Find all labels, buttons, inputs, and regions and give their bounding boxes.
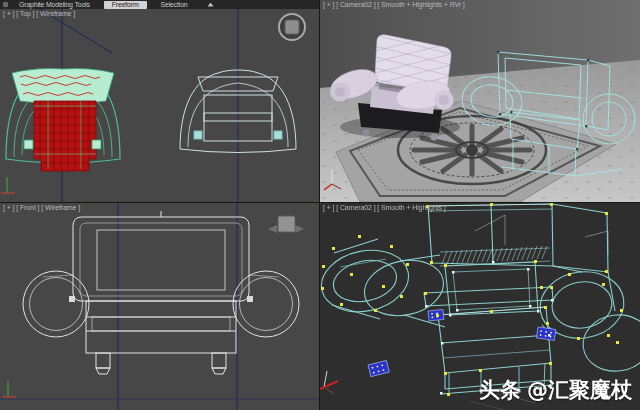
vertex-dot[interactable] [322,265,325,268]
vertex-dot[interactable] [607,334,610,337]
vertex-dot[interactable] [548,334,551,337]
vertex-dot[interactable] [492,261,495,264]
vertex-dot[interactable] [605,270,608,273]
selected-element-mint [12,69,114,105]
vertex-dot[interactable] [406,263,409,266]
ribbon-tab-selection[interactable]: Selection [155,1,194,9]
sub-object-gizmo[interactable] [428,309,444,321]
sub-object-gizmo[interactable] [536,327,555,340]
vertex-dot[interactable] [549,362,552,365]
vertex-dot[interactable] [616,341,619,344]
viewport-camera-edit[interactable]: [ + ] [ Camera02 ] [ Smooth + Highlights… [320,203,640,410]
viewport-label-camera-edit[interactable]: [ + ] [ Camera02 ] [ Smooth + Highlights… [323,204,446,212]
front-view-canvas[interactable] [0,203,319,410]
vertex-dot[interactable] [479,369,482,372]
viewport-camera-shaded[interactable]: [ + ] [ Camera02 ] [ Smooth + Highlights… [320,0,640,202]
home-grid-lines [0,203,319,410]
vertex-dot[interactable] [550,286,553,289]
vertex-dot[interactable] [452,271,455,274]
selected-faces-red [34,101,96,171]
vertex-dot[interactable] [577,337,580,340]
vertex-dot[interactable] [424,292,427,295]
vertex-dot[interactable] [390,245,393,248]
editable-poly-wireframe [320,204,640,396]
ribbon-grip-icon[interactable] [3,2,8,7]
vertex-dot[interactable] [620,309,623,312]
vertex-dot[interactable] [527,268,530,271]
world-axis-icon [2,381,16,397]
vertex-dot[interactable] [436,314,439,317]
sub-object-gizmo[interactable] [368,360,389,376]
watermark-brand: 头条 [479,378,521,402]
camera-shaded-canvas[interactable] [320,0,640,202]
vertex-dot[interactable] [440,392,443,395]
vertex-dot[interactable] [490,203,493,206]
vertex-dot[interactable] [444,264,447,267]
vertex-dot[interactable] [358,235,361,238]
top-view-canvas[interactable] [0,9,319,202]
watermark: 头条@汇聚魔杖 [479,376,632,404]
vertex-dot[interactable] [602,283,605,286]
vertex-dot[interactable] [456,309,459,312]
vertex-dot[interactable] [551,299,554,302]
ribbon-tab-graphite-modeling-tools[interactable]: Graphite Modeling Tools [13,1,96,9]
vertex-dot[interactable] [340,303,343,306]
vertex-dot[interactable] [332,247,335,250]
armchair-top-selected [6,69,120,172]
vertex-dot[interactable] [537,310,540,313]
vertex-dot[interactable] [321,287,324,290]
max-four-viewport-layout: Graphite Modeling Tools Freeform Selecti… [0,0,640,410]
ribbon-minimize-icon[interactable] [208,3,214,7]
viewport-label-front[interactable]: [ + ] [ Front ] [ Wireframe ] [3,204,80,212]
vertex-dot[interactable] [550,203,553,206]
viewport-label-camera-shaded[interactable]: [ + ] [ Camera02 ] [ Smooth + Highlights… [323,1,465,9]
vertex-dot[interactable] [374,309,377,312]
vertex-dot[interactable] [425,305,428,308]
axis-tripod-icon [320,371,338,394]
vertex-dot[interactable] [534,260,537,263]
vertex-dot[interactable] [444,372,447,375]
vertex-dot[interactable] [350,273,353,276]
viewport-widget-icon[interactable] [279,14,305,40]
handle-vertex[interactable] [92,140,101,149]
vertex-dot[interactable] [546,322,549,325]
viewport-top-wireframe[interactable]: [ + ] [ Top ] [ Wireframe ] [0,0,319,202]
vertex-dot[interactable] [540,286,543,289]
ribbon-tab-freeform[interactable]: Freeform [104,1,147,9]
vertex-dot[interactable] [447,393,450,396]
gizmo-group[interactable] [368,309,556,376]
vertex-dot[interactable] [382,285,385,288]
vertex-dot[interactable] [544,306,547,309]
vertex-dot[interactable] [400,295,403,298]
vertex-dot[interactable] [490,310,493,313]
vertex-dot[interactable] [441,342,444,345]
viewport-label-top[interactable]: [ + ] [ Top ] [ Wireframe ] [3,10,75,18]
world-axis-icon [1,177,15,193]
armchair-front-wireframe [23,211,299,374]
vertex-dot[interactable] [605,212,608,215]
vertex-dot[interactable] [568,273,571,276]
watermark-handle: @汇聚魔杖 [527,378,632,402]
handle-vertex[interactable] [24,140,33,149]
viewport-front-wireframe[interactable]: [ + ] [ Front ] [ Wireframe ] [0,203,319,410]
viewport-box-widget-icon[interactable] [268,216,304,233]
vertex-dot[interactable] [430,261,433,264]
vertex-dot[interactable] [449,314,452,317]
ribbon-bar: Graphite Modeling Tools Freeform Selecti… [0,0,319,9]
vertex-dot[interactable] [529,305,532,308]
